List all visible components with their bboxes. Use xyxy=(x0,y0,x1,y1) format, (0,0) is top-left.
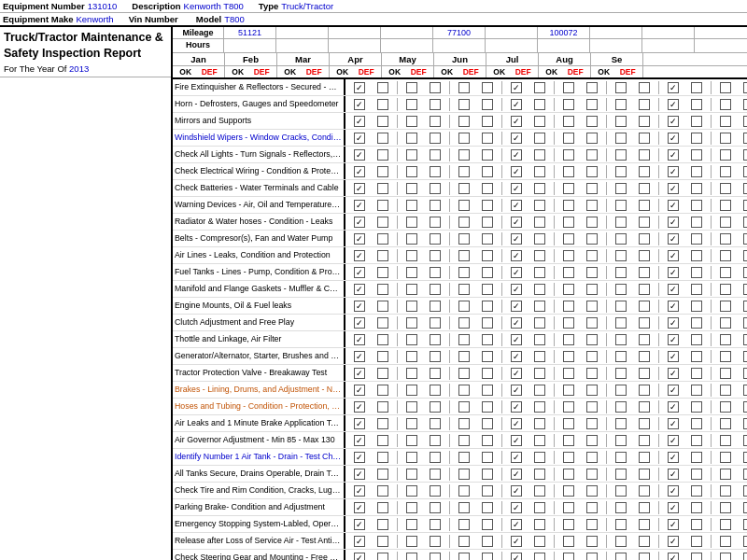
def-checkbox[interactable] xyxy=(743,116,747,127)
def-checkbox[interactable] xyxy=(639,233,650,245)
ok-checkbox[interactable] xyxy=(458,334,470,345)
def-checkbox[interactable] xyxy=(639,301,650,312)
def-checkbox[interactable] xyxy=(639,200,650,211)
ok-checkbox[interactable] xyxy=(563,250,574,261)
ok-checkbox[interactable] xyxy=(615,452,627,463)
ok-checkbox[interactable]: ✓ xyxy=(511,149,522,161)
ok-checkbox[interactable] xyxy=(563,418,574,429)
ok-checkbox[interactable]: ✓ xyxy=(511,250,522,261)
ok-checkbox[interactable]: ✓ xyxy=(511,284,522,295)
def-checkbox[interactable] xyxy=(639,401,650,413)
ok-checkbox[interactable]: ✓ xyxy=(511,317,522,329)
ok-checkbox[interactable] xyxy=(615,368,627,379)
ok-checkbox[interactable] xyxy=(720,553,731,561)
ok-checkbox[interactable]: ✓ xyxy=(668,250,679,261)
ok-checkbox[interactable] xyxy=(406,116,417,127)
def-checkbox[interactable] xyxy=(639,334,650,345)
def-checkbox[interactable] xyxy=(377,368,388,379)
ok-checkbox[interactable]: ✓ xyxy=(668,368,679,379)
def-checkbox[interactable] xyxy=(743,82,747,93)
def-checkbox[interactable] xyxy=(691,284,702,295)
def-checkbox[interactable] xyxy=(743,418,747,429)
def-checkbox[interactable] xyxy=(377,435,388,446)
ok-checkbox[interactable] xyxy=(563,149,574,161)
ok-checkbox[interactable]: ✓ xyxy=(668,485,679,497)
def-checkbox[interactable] xyxy=(482,82,493,93)
ok-checkbox[interactable] xyxy=(720,133,731,144)
ok-checkbox[interactable] xyxy=(458,418,470,429)
def-checkbox[interactable] xyxy=(534,233,545,245)
ok-checkbox[interactable]: ✓ xyxy=(511,401,522,413)
ok-checkbox[interactable] xyxy=(615,435,627,446)
def-checkbox[interactable] xyxy=(482,284,493,295)
def-checkbox[interactable] xyxy=(586,452,598,463)
def-checkbox[interactable] xyxy=(639,183,650,194)
ok-checkbox[interactable] xyxy=(615,334,627,345)
def-checkbox[interactable] xyxy=(586,469,598,480)
ok-checkbox[interactable] xyxy=(406,250,417,261)
def-checkbox[interactable] xyxy=(430,133,441,144)
ok-checkbox[interactable]: ✓ xyxy=(511,485,522,497)
ok-checkbox[interactable]: ✓ xyxy=(668,301,679,312)
ok-checkbox[interactable]: ✓ xyxy=(354,418,365,429)
def-checkbox[interactable] xyxy=(482,317,493,329)
def-checkbox[interactable] xyxy=(534,183,545,194)
ok-checkbox[interactable]: ✓ xyxy=(668,149,679,161)
def-checkbox[interactable] xyxy=(430,368,441,379)
def-checkbox[interactable] xyxy=(586,485,598,497)
ok-checkbox[interactable]: ✓ xyxy=(511,368,522,379)
def-checkbox[interactable] xyxy=(482,99,493,110)
ok-checkbox[interactable]: ✓ xyxy=(354,435,365,446)
def-checkbox[interactable] xyxy=(586,233,598,245)
def-checkbox[interactable] xyxy=(430,334,441,345)
ok-checkbox[interactable] xyxy=(615,116,627,127)
ok-checkbox[interactable]: ✓ xyxy=(511,502,522,513)
def-checkbox[interactable] xyxy=(430,99,441,110)
ok-checkbox[interactable] xyxy=(458,351,470,362)
ok-checkbox[interactable]: ✓ xyxy=(511,385,522,396)
ok-checkbox[interactable]: ✓ xyxy=(668,469,679,480)
ok-checkbox[interactable] xyxy=(563,82,574,93)
def-checkbox[interactable] xyxy=(586,284,598,295)
def-checkbox[interactable] xyxy=(430,166,441,177)
def-checkbox[interactable] xyxy=(586,519,598,530)
ok-checkbox[interactable] xyxy=(563,502,574,513)
def-checkbox[interactable] xyxy=(377,200,388,211)
ok-checkbox[interactable]: ✓ xyxy=(354,284,365,295)
ok-checkbox[interactable]: ✓ xyxy=(668,166,679,177)
ok-checkbox[interactable] xyxy=(458,317,470,329)
ok-checkbox[interactable] xyxy=(458,435,470,446)
def-checkbox[interactable] xyxy=(482,469,493,480)
def-checkbox[interactable] xyxy=(534,133,545,144)
ok-checkbox[interactable]: ✓ xyxy=(668,502,679,513)
ok-checkbox[interactable] xyxy=(563,233,574,245)
def-checkbox[interactable] xyxy=(377,267,388,278)
ok-checkbox[interactable]: ✓ xyxy=(668,536,679,547)
ok-checkbox[interactable] xyxy=(406,217,417,228)
def-checkbox[interactable] xyxy=(534,469,545,480)
ok-checkbox[interactable] xyxy=(720,452,731,463)
ok-checkbox[interactable] xyxy=(720,233,731,245)
ok-checkbox[interactable] xyxy=(563,133,574,144)
def-checkbox[interactable] xyxy=(743,536,747,547)
ok-checkbox[interactable] xyxy=(458,166,470,177)
ok-checkbox[interactable] xyxy=(406,267,417,278)
ok-checkbox[interactable] xyxy=(458,485,470,497)
def-checkbox[interactable] xyxy=(534,401,545,413)
ok-checkbox[interactable] xyxy=(406,401,417,413)
ok-checkbox[interactable] xyxy=(615,502,627,513)
ok-checkbox[interactable]: ✓ xyxy=(668,183,679,194)
def-checkbox[interactable] xyxy=(430,317,441,329)
def-checkbox[interactable] xyxy=(377,401,388,413)
ok-checkbox[interactable]: ✓ xyxy=(668,401,679,413)
ok-checkbox[interactable]: ✓ xyxy=(354,502,365,513)
ok-checkbox[interactable] xyxy=(406,469,417,480)
ok-checkbox[interactable] xyxy=(406,502,417,513)
def-checkbox[interactable] xyxy=(691,485,702,497)
def-checkbox[interactable] xyxy=(639,385,650,396)
ok-checkbox[interactable] xyxy=(563,166,574,177)
def-checkbox[interactable] xyxy=(743,519,747,530)
ok-checkbox[interactable]: ✓ xyxy=(668,200,679,211)
def-checkbox[interactable] xyxy=(743,99,747,110)
def-checkbox[interactable] xyxy=(430,183,441,194)
